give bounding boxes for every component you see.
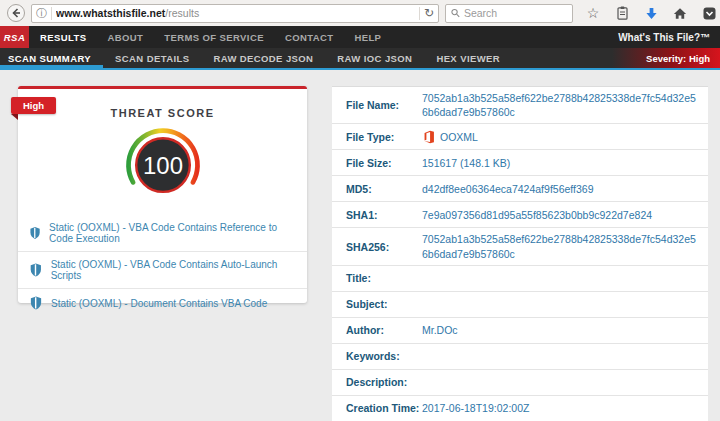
main-navbar: RSA RESULTS ABOUT TERMS OF SERVICE CONTA…	[0, 26, 720, 48]
file-details-table: File Name: 7052ab1a3b525a58ef622be2788b4…	[332, 86, 708, 421]
severity-ribbon-label: High	[23, 100, 44, 111]
table-row-file-size: File Size: 151617 (148.1 KB)	[332, 150, 708, 176]
finding-item[interactable]: Static (OOXML) - Document Contains VBA C…	[18, 289, 307, 317]
url-bar[interactable]: ⓘ www.whatsthisfile.net/results ↻	[31, 4, 439, 23]
row-label: Subject:	[346, 298, 422, 310]
finding-item[interactable]: Static (OOXML) - VBA Code Contains Auto-…	[18, 252, 307, 289]
threat-score-card: High THREAT SCORE 100	[18, 86, 307, 303]
office-file-icon	[422, 130, 435, 144]
finding-label: Static (OOXML) - VBA Code Contains Refer…	[49, 222, 303, 244]
finding-item[interactable]: Static (OOXML) - VBA Code Contains Refer…	[18, 215, 307, 252]
tab-scan-details[interactable]: SCAN DETAILS	[103, 48, 201, 68]
tab-hex-viewer[interactable]: HEX VIEWER	[424, 48, 512, 68]
findings-list: Static (OOXML) - VBA Code Contains Refer…	[18, 215, 307, 317]
urlbar-divider	[419, 7, 420, 20]
nav-items: RESULTS ABOUT TERMS OF SERVICE CONTACT H…	[40, 26, 381, 48]
browser-chrome: ⓘ www.whatsthisfile.net/results ↻ ☆	[0, 0, 720, 26]
threat-score-gauge: 100	[18, 121, 307, 213]
back-button[interactable]	[7, 4, 25, 22]
row-label: File Name:	[346, 99, 422, 111]
shield-icon	[30, 263, 42, 277]
gauge-svg: 100	[113, 121, 213, 213]
tab-raw-ioc-json[interactable]: RAW IOC JSON	[325, 48, 424, 68]
row-value: 2017-06-18T19:02:00Z	[422, 401, 700, 415]
row-value: 151617 (148.1 KB)	[422, 156, 700, 170]
table-row-file-type: File Type: OOXML	[332, 124, 708, 150]
row-label: Author:	[346, 324, 422, 336]
urlbar-divider	[51, 7, 52, 20]
rsa-logo[interactable]: RSA	[0, 26, 29, 48]
row-label: Creation Time:	[346, 402, 422, 414]
row-label: Title:	[346, 272, 422, 284]
url-text[interactable]: www.whatsthisfile.net/results	[56, 7, 415, 19]
download-arrow-icon	[645, 7, 658, 20]
table-row-subject: Subject:	[332, 292, 708, 318]
nav-item-terms[interactable]: TERMS OF SERVICE	[164, 32, 264, 43]
table-row-sha1: SHA1: 7e9a097356d81d95a55f85623b0bb9c922…	[332, 202, 708, 228]
severity-badge: Severity: High	[612, 48, 720, 68]
search-icon	[451, 8, 460, 18]
ribbon-fold	[11, 114, 18, 120]
row-value: OOXML	[422, 130, 700, 144]
threat-score-value: 100	[143, 152, 183, 179]
table-row-file-name: File Name: 7052ab1a3b525a58ef622be2788b4…	[332, 87, 708, 124]
content-area: High THREAT SCORE 100	[0, 70, 720, 421]
nav-item-results[interactable]: RESULTS	[40, 32, 86, 43]
shield-icon	[30, 296, 42, 310]
shield-badge-icon	[703, 7, 716, 20]
security-shield-button[interactable]	[700, 4, 718, 22]
finding-label: Static (OOXML) - VBA Code Contains Auto-…	[51, 259, 303, 281]
threat-score-title: THREAT SCORE	[18, 107, 307, 119]
row-label: File Type:	[346, 131, 422, 143]
url-path: /results	[165, 7, 199, 19]
back-arrow-icon	[11, 8, 21, 18]
finding-label: Static (OOXML) - Document Contains VBA C…	[51, 298, 267, 309]
tab-scan-summary[interactable]: SCAN SUMMARY	[0, 48, 103, 68]
severity-ribbon: High	[11, 97, 56, 114]
row-value: 7052ab1a3b525a58ef622be2788b42825338de7f…	[422, 232, 700, 260]
home-icon	[673, 7, 687, 20]
table-row-author: Author: Mr.DOc	[332, 318, 708, 344]
row-value: 7e9a097356d81d95a55f85623b0bb9c922d7e824	[422, 208, 700, 222]
nav-item-about[interactable]: ABOUT	[107, 32, 143, 43]
table-row-sha256: SHA256: 7052ab1a3b525a58ef622be2788b4282…	[332, 228, 708, 265]
tab-raw-decode-json[interactable]: RAW DECODE JSON	[201, 48, 325, 68]
star-icon: ☆	[587, 6, 600, 20]
file-type-value: OOXML	[440, 130, 478, 144]
row-value: d42df8ee06364eca7424af9f56eff369	[422, 182, 700, 196]
nav-item-help[interactable]: HELP	[354, 32, 381, 43]
home-button[interactable]	[671, 4, 689, 22]
row-label: SHA256:	[346, 241, 422, 253]
bookmark-star-button[interactable]: ☆	[584, 4, 602, 22]
brand-title: What's This File?™	[618, 26, 710, 48]
table-row-description: Description:	[332, 370, 708, 396]
table-row-keywords: Keywords:	[332, 344, 708, 370]
url-domain: www.whatsthisfile.net	[56, 7, 165, 19]
row-label: File Size:	[346, 157, 422, 169]
bookmarks-list-button[interactable]	[613, 4, 631, 22]
site-info-icon[interactable]: ⓘ	[36, 8, 47, 19]
row-value: Mr.DOc	[422, 323, 700, 337]
row-label: Keywords:	[346, 350, 422, 362]
row-label: SHA1:	[346, 209, 422, 221]
nav-item-contact[interactable]: CONTACT	[285, 32, 334, 43]
table-row-creation-time: Creation Time: 2017-06-18T19:02:00Z	[332, 396, 708, 421]
downloads-button[interactable]	[642, 4, 660, 22]
table-row-title: Title:	[332, 266, 708, 292]
shield-icon	[30, 226, 40, 240]
row-label: MD5:	[346, 183, 422, 195]
reload-icon[interactable]: ↻	[424, 7, 434, 19]
results-tabbar: SCAN SUMMARY SCAN DETAILS RAW DECODE JSO…	[0, 48, 720, 70]
search-input[interactable]	[464, 7, 567, 19]
table-row-md5: MD5: d42df8ee06364eca7424af9f56eff369	[332, 176, 708, 202]
clipboard-icon	[616, 6, 629, 20]
row-value: 7052ab1a3b525a58ef622be2788b42825338de7f…	[422, 91, 700, 119]
row-label: Description:	[346, 376, 422, 388]
search-bar[interactable]	[445, 4, 573, 23]
